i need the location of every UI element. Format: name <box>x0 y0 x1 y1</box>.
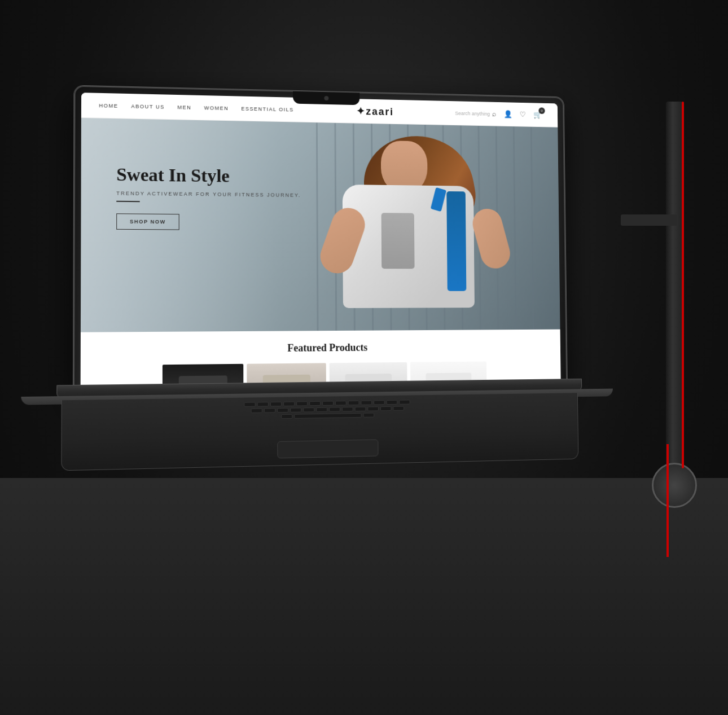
hero-text-block: Sweat In Style TRENDY ACTIVEWEAR FOR YOU… <box>116 165 301 231</box>
key <box>277 408 288 413</box>
laptop-screen-outer: HOME ABOUT US MEN WOMEN ESSENTIAL OILS ✦… <box>73 86 567 399</box>
red-accent-bottom <box>666 444 669 557</box>
hero-heading: Sweat In Style <box>116 165 301 187</box>
cart-badge: 0 <box>538 107 545 114</box>
hero-subheading: TRENDY ACTIVEWEAR FOR YOUR FITNESS JOURN… <box>116 191 301 199</box>
key <box>303 407 314 412</box>
search-placeholder: Search anything <box>455 110 490 116</box>
stand-clamp <box>652 463 697 508</box>
desk-surface <box>0 478 728 715</box>
key <box>270 402 282 406</box>
nav-home[interactable]: HOME <box>99 103 118 109</box>
key <box>251 409 262 413</box>
key <box>316 407 327 412</box>
webcam-notch <box>293 91 359 105</box>
featured-title: Featured Products <box>98 340 545 356</box>
search-icon[interactable]: ⌕ <box>492 109 497 119</box>
key <box>393 406 404 411</box>
key <box>329 407 340 411</box>
website-content: HOME ABOUT US MEN WOMEN ESSENTIAL OILS ✦… <box>81 93 561 394</box>
key <box>387 400 398 405</box>
nav-about[interactable]: ABOUT US <box>131 103 165 109</box>
key <box>290 407 301 412</box>
key <box>309 401 321 406</box>
wishlist-icon[interactable]: ♡ <box>520 110 526 119</box>
key <box>257 402 269 406</box>
key <box>244 402 255 407</box>
key <box>363 413 374 417</box>
nav-right-icons: Search anything ⌕ 👤 ♡ 🛒 0 <box>455 108 542 119</box>
key <box>335 401 347 405</box>
hero-model <box>297 122 528 331</box>
nav-women[interactable]: WOMEN <box>204 105 229 111</box>
nav-links: HOME ABOUT US MEN WOMEN ESSENTIAL OILS <box>99 103 293 112</box>
search-bar[interactable]: Search anything ⌕ <box>455 108 496 118</box>
hero-section: Sweat In Style TRENDY ACTIVEWEAR FOR YOU… <box>81 118 560 332</box>
hero-divider <box>116 201 140 202</box>
key <box>374 400 385 405</box>
user-icon[interactable]: 👤 <box>504 109 512 119</box>
key <box>296 401 308 406</box>
nav-men[interactable]: MEN <box>177 104 191 111</box>
key <box>380 406 391 411</box>
shop-now-button[interactable]: SHOP NOW <box>116 213 179 230</box>
key <box>322 401 334 405</box>
key <box>367 406 379 411</box>
key <box>264 408 275 413</box>
key <box>341 407 353 411</box>
key <box>354 407 366 411</box>
red-accent-right <box>682 102 684 468</box>
key <box>283 402 295 406</box>
key <box>399 400 410 404</box>
key <box>281 414 292 419</box>
key <box>348 401 359 405</box>
site-logo[interactable]: ✦zaari <box>357 105 394 118</box>
monitor-stand-arm <box>666 102 683 497</box>
nav-essential-oils[interactable]: ESSENTIAL OILS <box>242 106 294 112</box>
cart-icon[interactable]: 🛒 0 <box>533 110 542 119</box>
trackpad[interactable] <box>277 439 378 458</box>
screen-bezel: HOME ABOUT US MEN WOMEN ESSENTIAL OILS ✦… <box>81 93 561 394</box>
key <box>361 400 372 405</box>
laptop: HOME ABOUT US MEN WOMEN ESSENTIAL OILS ✦… <box>73 86 568 481</box>
webcam-dot <box>324 96 328 100</box>
spacebar-key <box>294 413 361 419</box>
keyboard-area <box>61 393 578 471</box>
